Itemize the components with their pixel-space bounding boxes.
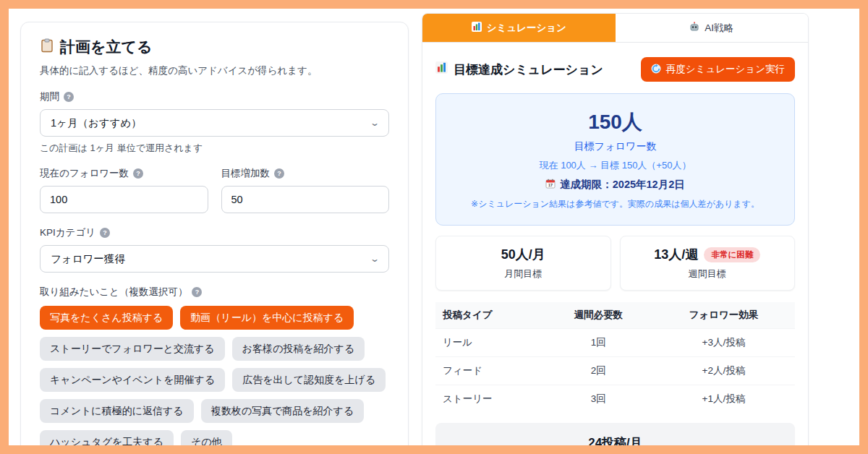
plan-form-panel: 計画を立てる 具体的に記入するほど、精度の高いアドバイスが得られます。 期間 ?… <box>20 22 409 454</box>
cell-follower-effect: +1人/投稿 <box>652 385 795 414</box>
chip-other[interactable]: その他 <box>181 430 232 454</box>
current-followers-input[interactable] <box>40 186 208 213</box>
chip-customer-posts[interactable]: お客様の投稿を紹介する <box>232 337 365 361</box>
goal-disclaimer: ※シミュレーション結果は参考値です。実際の成果は個人差があります。 <box>446 198 784 210</box>
table-row: ストーリー 3回 +1人/投稿 <box>435 385 795 414</box>
post-plan-table: 投稿タイプ 週間必要数 フォロワー効果 リール 1回 +3人/投稿 フィード 2… <box>435 302 795 413</box>
period-label: 期間 <box>40 90 59 103</box>
cell-post-type: リール <box>435 329 545 357</box>
chip-reply-comments[interactable]: コメントに積極的に返信する <box>40 399 194 423</box>
chevron-down-icon: ⌄ <box>370 118 380 128</box>
tab-ai-strategy-label: AI戦略 <box>705 22 733 35</box>
cell-weekly-count: 2回 <box>545 357 652 385</box>
tab-bar: シミュレーション AI戦略 <box>422 14 808 43</box>
help-icon[interactable]: ? <box>100 228 110 238</box>
help-icon[interactable]: ? <box>192 287 202 297</box>
chevron-down-icon: ⌄ <box>370 254 380 264</box>
col-header-post-type: 投稿タイプ <box>435 302 545 329</box>
help-icon[interactable]: ? <box>274 168 284 179</box>
kpi-category-label: KPIカテゴリ <box>40 226 95 239</box>
goal-target-label: 目標フォロワー数 <box>446 140 784 153</box>
table-row: フィード 2回 +2人/投稿 <box>435 357 795 385</box>
goal-deadline-text: 達成期限：2025年12月2日 <box>560 178 684 192</box>
monthly-goal-card: 50人/月 月間目標 <box>435 236 611 291</box>
table-row: リール 1回 +3人/投稿 <box>435 329 795 357</box>
goal-summary-box: 150人 目標フォロワー数 現在 100人 → 目標 150人（+50人） 17… <box>435 93 795 226</box>
weekly-goal-value: 13人/週 <box>654 246 698 263</box>
weekly-goal-label: 週間目標 <box>626 267 789 280</box>
robot-icon <box>689 22 699 34</box>
chip-hashtags[interactable]: ハッシュタグを工夫する <box>40 430 174 454</box>
weekly-goal-card: 13人/週 非常に困難 週間目標 <box>620 236 796 291</box>
period-select[interactable]: 1ヶ月（おすすめ） ⌄ <box>40 109 389 137</box>
current-followers-label: 現在のフォロワー数 <box>40 167 129 180</box>
cell-post-type: フィード <box>435 357 545 385</box>
clipboard-icon <box>40 38 54 56</box>
help-icon[interactable]: ? <box>64 92 74 102</box>
rerun-button-label: 再度シミュレーション実行 <box>666 63 785 76</box>
monthly-goal-value: 50人/月 <box>501 246 545 263</box>
chip-stories-engage[interactable]: ストーリーでフォロワーと交流する <box>40 337 225 361</box>
monthly-goal-label: 月間目標 <box>442 267 605 280</box>
form-subtitle: 具体的に記入するほど、精度の高いアドバイスが得られます。 <box>40 64 389 77</box>
cell-follower-effect: +2人/投稿 <box>652 357 795 385</box>
cell-weekly-count: 3回 <box>545 385 652 414</box>
chip-photos[interactable]: 写真をたくさん投稿する <box>40 306 173 330</box>
target-increase-label: 目標増加数 <box>221 167 271 180</box>
activity-chip-group: 写真をたくさん投稿する 動画（リール）を中心に投稿する ストーリーでフォロワーと… <box>40 306 389 453</box>
cell-weekly-count: 1回 <box>545 329 652 357</box>
monthly-posts-value: 24投稿/月 <box>443 434 788 451</box>
simulation-panel: シミュレーション AI戦略 目標達成シミュレーション 再度シミュレーション実行 <box>422 13 809 454</box>
goal-target-value: 150人 <box>446 108 784 136</box>
period-select-value: 1ヶ月（おすすめ） <box>51 116 142 130</box>
rerun-simulation-button[interactable]: 再度シミュレーション実行 <box>641 57 795 82</box>
activities-label: 取り組みたいこと（複数選択可） <box>40 286 187 299</box>
monthly-summary-box: 24投稿/月 計画的な運用で目標達成可能 <box>435 423 795 454</box>
tab-simulation[interactable]: シミュレーション <box>422 14 616 42</box>
goal-progress-text: 現在 100人 → 目標 150人（+50人） <box>446 159 784 172</box>
cell-post-type: ストーリー <box>435 385 545 414</box>
kpi-category-select[interactable]: フォロワー獲得 ⌄ <box>40 245 389 273</box>
help-icon[interactable]: ? <box>133 168 143 179</box>
difficulty-badge: 非常に困難 <box>704 247 760 262</box>
svg-text:17: 17 <box>548 183 553 187</box>
cell-follower-effect: +3人/投稿 <box>652 329 795 357</box>
col-header-follower-effect: フォロワー効果 <box>652 302 795 329</box>
bar-chart-icon <box>472 22 482 34</box>
chip-ads[interactable]: 広告を出して認知度を上げる <box>232 368 386 392</box>
period-note: この計画は 1ヶ月 単位で運用されます <box>40 142 389 155</box>
chip-campaigns[interactable]: キャンペーンやイベントを開催する <box>40 368 225 392</box>
col-header-weekly-count: 週間必要数 <box>545 302 652 329</box>
target-increase-input[interactable] <box>221 186 390 213</box>
tab-simulation-label: シミュレーション <box>487 22 566 35</box>
chip-carousel-photos[interactable]: 複数枚の写真で商品を紹介する <box>201 399 365 423</box>
tab-ai-strategy[interactable]: AI戦略 <box>616 14 809 42</box>
chip-reels[interactable]: 動画（リール）を中心に投稿する <box>180 306 354 330</box>
simulation-heading: 目標達成シミュレーション <box>454 61 603 78</box>
page-title: 計画を立てる <box>60 37 152 57</box>
refresh-icon <box>651 64 661 76</box>
kpi-select-value: フォロワー獲得 <box>51 252 125 266</box>
calendar-icon: 17 <box>545 179 556 191</box>
bar-chart-icon <box>435 61 448 77</box>
